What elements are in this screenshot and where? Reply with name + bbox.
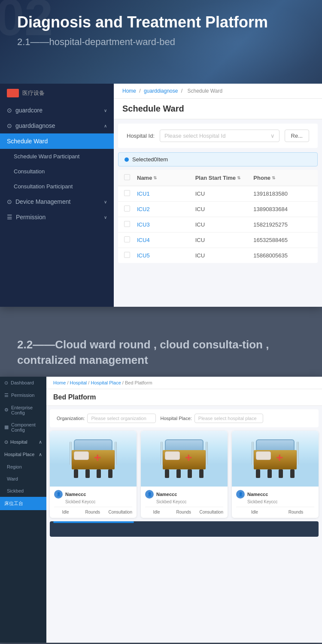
sidebar2-label-dashboard: Dashboard [11, 380, 34, 385]
row-name-link[interactable]: ICU3 [137, 221, 150, 228]
bed-image [232, 431, 319, 487]
sidebar2-item-ward[interactable]: Ward [0, 473, 46, 485]
section1: 医疗设备 ⊙ guardcore ∨ ⊙ guarddiagnose ∧ Sch… [0, 84, 322, 324]
bed-leg [256, 469, 260, 478]
bed-leg [74, 469, 78, 478]
row-phone: 15868005635 [253, 252, 312, 259]
hospital-chevron-icon: ∧ [39, 439, 42, 445]
sidebar2-label-permission: Permission [11, 393, 34, 398]
hospital-id-placeholder: Please select Hospital Id [164, 133, 225, 139]
bed-pillow [256, 451, 271, 460]
phone-sort-icon[interactable]: ⇅ [272, 175, 275, 180]
breadcrumb2-hospital[interactable]: Hospital [70, 380, 87, 385]
breadcrumb: Home / guarddiagnose / Schedule Ward [114, 84, 322, 99]
bed-card[interactable]: 👤 Nameccc Sickbed Keyccc Idle Rounds Con… [50, 431, 137, 518]
sidebar2-label-enterprise: Enterprise Config [11, 405, 42, 415]
hero-title: Diagnosis and Treatment Platform [17, 13, 305, 31]
sidebar2-item-enterprise-config[interactable]: ⚙ Enterprise Config [0, 402, 46, 419]
bed-name: Nameccc [65, 492, 86, 497]
bed-sickbed-key: Sickbed Keyccc [145, 499, 223, 504]
breadcrumb2-hospital-place[interactable]: Hospital Place [91, 380, 121, 385]
breadcrumb2-home[interactable]: Home [53, 380, 66, 385]
hospital-id-select[interactable]: Please select Hospital Id ∨ [160, 130, 279, 142]
bed-info: 👤 Nameccc Sickbed Keyccc Idle Rounds Con… [141, 487, 228, 518]
bed-leg [165, 469, 169, 478]
row-checkbox[interactable] [124, 236, 130, 242]
guarddiagnose-icon: ⊙ [7, 122, 12, 129]
breadcrumb-2: Home / Hospital / Hospital Place / Bed P… [46, 377, 322, 389]
row-name-link[interactable]: ICU5 [137, 252, 150, 259]
reset-button[interactable]: Re... [285, 130, 309, 142]
selected-count: Selected0Item [132, 156, 168, 163]
sidebar-label-cp: Consultation Participant [14, 183, 73, 190]
table-row: ICU1 ICU 13918183580 [118, 186, 318, 202]
sidebar-item-schedule-ward-participant[interactable]: Schedule Ward Participant [0, 149, 114, 164]
bed-image [50, 431, 137, 487]
hospital-bed-visual [161, 439, 208, 478]
hospital-icon: ⊙ [4, 439, 8, 445]
sidebar-item-guardcore[interactable]: ⊙ guardcore ∨ [0, 103, 114, 118]
col-checkbox [124, 174, 137, 181]
hospital-place-chevron-icon: ∧ [39, 452, 42, 457]
sidebar-label-permission: Permission [16, 214, 46, 221]
sidebar2-label-sickbed: Sickbed [7, 488, 24, 493]
row-name-link[interactable]: ICU1 [137, 190, 150, 197]
bed-card[interactable]: 👤 Nameccc Sickbed Keyccc Idle Rounds [232, 431, 319, 518]
row-name-link[interactable]: ICU4 [137, 237, 150, 243]
sidebar-item-device-management[interactable]: ⊙ Device Management ∨ [0, 194, 114, 209]
row-phone: 13918183580 [253, 190, 312, 197]
row-checkbox[interactable] [124, 252, 130, 258]
bed-railing-right [115, 441, 117, 465]
permission-chevron-icon: ∨ [104, 215, 107, 220]
sidebar-item-guarddiagnose[interactable]: ⊙ guarddiagnose ∧ [0, 118, 114, 133]
breadcrumb-home[interactable]: Home [122, 88, 136, 94]
sidebar2-item-hospital[interactable]: ⊙ Hospital ∧ [0, 436, 46, 448]
enterprise-icon: ⚙ [4, 407, 9, 413]
header-checkbox[interactable] [124, 174, 130, 180]
main-content-1: Home / guarddiagnose / Schedule Ward Sch… [114, 84, 322, 307]
row-checkbox[interactable] [124, 190, 130, 196]
avatar: 👤 [54, 490, 63, 499]
bed-status-row: Idle Rounds Consultation [145, 507, 223, 514]
row-time: ICU [195, 237, 254, 243]
hospital-place-placeholder: Please select hospital place [198, 416, 257, 421]
sidebar-item-permission[interactable]: ☰ Permission ∨ [0, 209, 114, 225]
page-title-2: Bed Platform [53, 393, 315, 401]
sidebar-2: ⊙ Dashboard ☰ Permission ⚙ Enterprise Co… [0, 377, 46, 643]
bed-cards-container: 👤 Nameccc Sickbed Keyccc Idle Rounds Con… [50, 431, 319, 518]
org-select[interactable]: Please select organization [87, 414, 156, 423]
bed-pillow [74, 451, 89, 460]
app-window-1: 医疗设备 ⊙ guardcore ∨ ⊙ guarddiagnose ∧ Sch… [0, 84, 322, 307]
table-row: ICU4 ICU 16532588465 [118, 233, 318, 248]
bed-card[interactable]: 👤 Nameccc Sickbed Keyccc Idle Rounds Con… [141, 431, 228, 518]
name-sort-icon[interactable]: ⇅ [153, 175, 157, 180]
bed-info: 👤 Nameccc Sickbed Keyccc Idle Rounds Con… [50, 487, 137, 518]
bed-leg [108, 469, 112, 478]
row-time: ICU [195, 190, 254, 197]
sidebar-item-consultation-participant[interactable]: Consultation Participant [0, 179, 114, 194]
hospital-place-select[interactable]: Please select hospital place [194, 414, 263, 423]
row-checkbox[interactable] [124, 221, 130, 227]
row-time: ICU [195, 252, 254, 259]
bed-image [141, 431, 228, 487]
sidebar-item-consultation[interactable]: Consultation [0, 164, 114, 179]
time-sort-icon[interactable]: ⇅ [237, 175, 240, 180]
sidebar2-item-sickbed[interactable]: Sickbed [0, 485, 46, 497]
sidebar2-item-hospital-place[interactable]: Hospital Place ∧ [0, 448, 46, 461]
hospital-bed-visual [252, 439, 299, 478]
sidebar2-item-permission[interactable]: ☰ Permission [0, 389, 46, 402]
sidebar2-item-dashboard[interactable]: ⊙ Dashboard [0, 377, 46, 389]
sidebar2-item-bed-workbench[interactable]: 床位工台 [0, 497, 46, 510]
sidebar2-item-region[interactable]: Region [0, 461, 46, 473]
bed-status-idle: Idle [54, 510, 77, 514]
bed-status-consultation: Consultation [199, 510, 223, 514]
sidebar-1: 医疗设备 ⊙ guardcore ∨ ⊙ guarddiagnose ∧ Sch… [0, 84, 114, 307]
breadcrumb-guarddiagnose[interactable]: guarddiagnose [144, 88, 178, 94]
table-container: Name ⇅ Plan Start Time ⇅ Phone ⇅ ICU [118, 170, 318, 263]
dashboard-icon: ⊙ [4, 380, 8, 386]
row-checkbox[interactable] [124, 206, 130, 212]
sidebar2-item-component-config[interactable]: ▦ Component Config [0, 419, 46, 436]
breadcrumb-sep2: / [181, 88, 184, 94]
sidebar-item-schedule-ward[interactable]: Schedule Ward [0, 133, 114, 149]
row-name-link[interactable]: ICU2 [137, 206, 150, 212]
